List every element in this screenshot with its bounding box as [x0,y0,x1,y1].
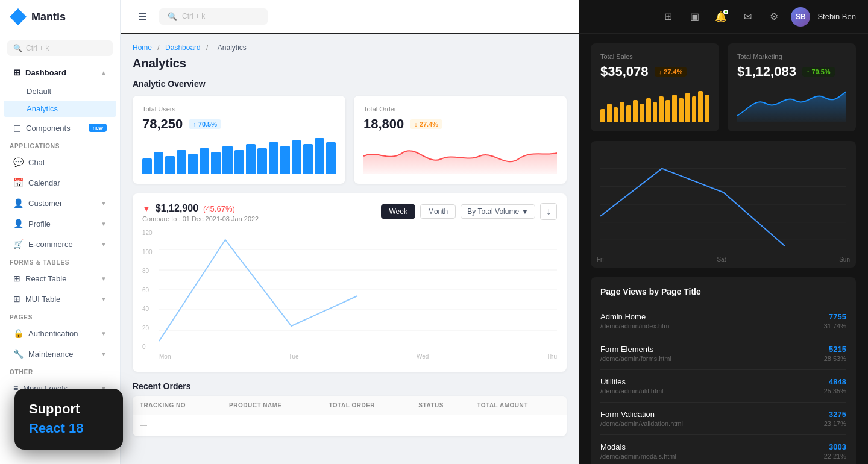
arrow-up-icon-2: ↑ [807,68,810,75]
chevron-down-icon-4: ▼ [101,275,107,282]
mail-icon: ✉ [744,11,752,22]
bar [620,102,624,122]
react-table-icon: ⊞ [13,274,20,283]
page-view-row: Form Elements /demo/admin/forms.html 521… [600,337,846,370]
pv-pct-2: 25.35% [824,387,846,395]
sidebar-item-calendar[interactable]: 📅 Calendar [4,173,116,192]
sidebar-item-analytics[interactable]: Analytics [4,101,116,117]
sidebar-item-customer[interactable]: 👤 Customer ▼ [4,193,116,213]
sidebar-item-components[interactable]: ◫ Components new [4,118,116,137]
volume-select[interactable]: By Total Volume ▼ [461,204,535,219]
chevron-down-icon-3: ▼ [101,241,107,248]
bar [679,98,684,122]
bar [600,109,605,122]
content-light: Home / Dashboard / Analytics Analytics A… [121,34,579,464]
sidebar-item-mui-table[interactable]: ⊞ MUI Table ▼ [4,289,116,309]
pv-count-0: 7755 [824,312,846,321]
pv-count-2: 4848 [824,377,846,386]
toast-title: Support [29,401,108,418]
sidebar-item-ecommerce[interactable]: 🛒 E-commerce ▼ [4,234,116,254]
download-button[interactable]: ↓ [540,203,557,220]
breadcrumb-home[interactable]: Home [133,43,152,52]
x-axis-labels: Mon Tue Wed Thu [159,350,557,362]
bar [165,156,175,174]
support-toast[interactable]: Support React 18 [14,389,123,450]
page-view-row: Modals /demo/admin/modals.html 3003 22.2… [600,435,846,464]
bar [698,91,703,122]
arrow-up-icon: ↑ [193,121,197,128]
search-placeholder-topbar: Ctrl + k [182,12,205,20]
sidebar-item-maintenance[interactable]: 🔧 Maintenance ▼ [4,344,116,363]
dark-badge-marketing: ↑ 70.5% [802,67,835,77]
page-views-card: Page Views by Page Title Admin Home /dem… [591,277,856,464]
search-icon: 🔍 [13,44,22,52]
pv-pct-1: 28.53% [824,355,846,362]
mail-icon-button[interactable]: ✉ [738,7,757,27]
breadcrumb-dashboard[interactable]: Dashboard [165,43,201,52]
col-status: Status [411,396,470,415]
logo-area: Mantis [0,0,120,34]
sidebar-item-default[interactable]: Default [4,83,116,99]
sidebar-search[interactable]: 🔍 Ctrl + k [7,40,113,56]
sidebar-item-profile[interactable]: 👤 Profile ▼ [4,214,116,233]
page-view-row: Utilities /demo/admin/util.html 4848 25.… [600,370,846,403]
hamburger-button[interactable]: ☰ [133,7,152,26]
sidebar-item-dashboard[interactable]: ⊞ Dashboard ▲ [4,63,116,82]
layout-icon-button[interactable]: ▣ [685,7,704,27]
pv-pct-3: 23.17% [824,420,846,427]
avatar-initials: SB [796,13,806,21]
calendar-icon: 📅 [13,178,24,187]
bell-icon-button[interactable]: 🔔 [711,7,731,27]
sidebar-item-react-table[interactable]: ⊞ React Table ▼ [4,269,116,288]
bar [705,95,709,122]
bar [142,158,152,174]
sales-bar-chart [600,86,709,122]
recent-orders-title: Recent Orders [133,381,567,391]
sidebar-item-authentication[interactable]: 🔒 Authentication ▼ [4,324,116,343]
maintenance-icon: 🔧 [13,349,24,359]
topbar-search[interactable]: 🔍 Ctrl + k [159,8,268,25]
pv-url-4: /demo/admin/modals.html [600,453,676,460]
bar [665,100,670,122]
sidebar-item-chat[interactable]: 💬 Chat [4,152,116,172]
auth-icon: 🔒 [13,328,24,338]
sidebar-label-authentication: Authentication [28,329,78,338]
dark-metric-marketing: Total Marketing $1,12,083 ↑ 70.5% [728,43,856,131]
col-product: Product Name [222,396,321,415]
metric-cards: Total Users 78,250 ↑ 70.5% [133,96,567,184]
pv-url-2: /demo/admin/util.html [600,387,664,395]
col-total-amount: Total Amount [470,396,567,415]
pv-name-0: Admin Home [600,312,671,321]
pv-url-0: /demo/admin/index.html [600,322,671,330]
chevron-down-icon: ▼ [101,200,107,207]
pv-count-4: 3003 [824,442,846,451]
month-button[interactable]: Month [420,204,456,219]
week-button[interactable]: Week [381,204,415,219]
line-chart-svg-wrap [159,230,557,350]
dashboard-icon: ⊞ [13,67,20,77]
pv-count-1: 5215 [824,345,846,354]
sidebar-label-ecommerce: E-commerce [28,240,73,249]
dark-label-marketing: Total Marketing [737,53,846,60]
download-icon: ↓ [546,206,551,217]
components-icon: ◫ [13,123,21,133]
pv-count-3: 3275 [824,410,846,419]
users-bar-chart [142,138,336,174]
grid-icon-button[interactable]: ⊞ [658,7,678,27]
arrow-down-icon: ↓ [414,121,418,128]
pv-name-4: Modals [600,442,676,451]
sidebar-label-react-table: React Table [25,274,66,283]
metric-badge-orders: ↓ 27.4% [410,119,442,129]
page-views-title: Page Views by Page Title [600,287,846,296]
breadcrumb: Home / Dashboard / Analytics [133,43,567,52]
pv-name-3: Form Validation [600,410,683,419]
settings-icon-button[interactable]: ⚙ [764,7,784,27]
toast-subtitle: React 18 [29,420,108,437]
bar [672,95,677,122]
dark-badge-sales: ↓ 27.4% [655,67,687,77]
hamburger-icon: ☰ [138,11,146,22]
chevron-down-icon-2: ▼ [101,221,107,227]
pv-pct-0: 31.74% [824,322,846,330]
customer-icon: 👤 [13,198,24,208]
col-total-order: Total Order [321,396,411,415]
